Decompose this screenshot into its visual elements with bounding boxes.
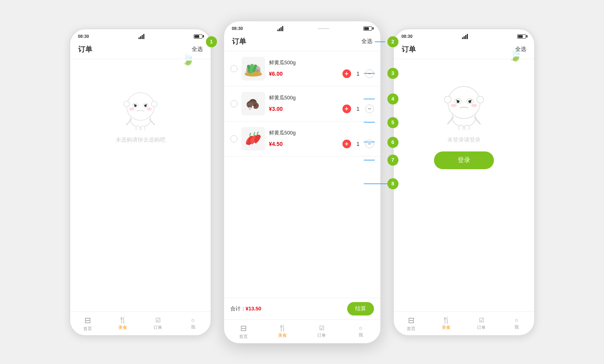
right-nav-food[interactable]: 🍴 美食 [429,316,464,330]
center-nav-home-label: 首页 [239,334,248,340]
item-image-1 [241,57,265,80]
item-image-2 [241,92,265,116]
annotation-8: 8 [387,178,398,189]
right-me-icon: ○ [514,317,518,323]
login-prompt: 未登录请登录 [447,136,481,144]
svg-point-47 [468,100,471,103]
right-status-bar: 08:30 [394,29,534,41]
left-empty-state: 🍃 [70,59,211,167]
svg-point-9 [146,107,151,110]
left-title: 订单 [78,45,92,54]
checkbox-1[interactable] [230,65,237,72]
qty-minus-2[interactable]: − [365,105,374,113]
svg-point-7 [144,105,147,107]
left-nav-home[interactable]: ⊟ 首页 [70,315,105,332]
checkbox-3[interactable] [230,135,237,142]
center-phone: 08:30 ──── 订单 全选 [223,21,381,344]
left-nav-me[interactable]: ○ 我 [176,317,211,330]
svg-point-50 [444,96,451,103]
left-nav-home-label: 首页 [83,326,92,332]
left-nav-order[interactable]: ☑ 订单 [140,317,176,330]
item-name-3: 鲜黄瓜500g [269,129,374,136]
order-icon: ☑ [155,317,161,324]
svg-point-49 [471,104,477,107]
svg-point-6 [134,105,137,107]
svg-point-1 [126,92,154,120]
center-nav-home[interactable]: ⊟ 首页 [224,323,263,340]
item-qty-1: + 1 − [342,69,374,78]
left-battery-icon [194,34,202,39]
center-nav-order[interactable]: ☑ 订单 [302,325,341,338]
center-nav-me-label: 我 [359,332,363,338]
center-nav-food[interactable]: 🍴 美食 [263,324,302,338]
mascot-right [438,75,490,130]
center-bottom-nav: ⊟ 首页 🍴 美食 ☑ 订单 ○ 我 [224,319,380,343]
svg-rect-15 [141,125,144,130]
center-phone-area: 1 2 3 4 5 6 7 8 08:30 ──── [211,21,393,344]
item-price-1: ¥6.00 [269,71,283,77]
svg-point-51 [477,96,483,103]
right-battery [517,34,526,39]
right-nav-me[interactable]: ○ 我 [499,317,534,330]
login-button[interactable]: 登录 [434,151,494,169]
cart-item-3: 鲜黄瓜500g ¥4.50 + 1 − [224,121,380,157]
center-nav-food-label: 美食 [278,332,287,338]
right-food-icon: 🍴 [442,316,450,324]
total-text: 合计：¥13.50 [230,305,262,312]
annotation-4: 4 [387,93,398,105]
right-title: 订单 [402,45,416,54]
left-battery [194,34,202,39]
svg-point-11 [151,101,157,107]
item-price-3: ¥4.50 [269,141,283,147]
center-order-icon: ☑ [319,325,324,332]
item-info-2: 鲜黄瓜500g ¥3.00 + 1 − [269,94,374,113]
center-select-all[interactable]: 全选 [361,38,372,45]
center-home-icon: ⊟ [240,323,247,333]
qty-plus-1[interactable]: + [342,69,351,78]
item-info-3: 鲜黄瓜500g ¥4.50 + 1 − [269,129,374,148]
center-food-icon: 🍴 [279,324,286,332]
cart-item-2: 鲜黄瓜500g ¥3.00 + 1 − [224,86,380,121]
annotation-5: 5 [387,117,398,128]
checkout-button[interactable]: 结算 [347,302,374,315]
right-bottom-nav: ⊟ 首页 🍴 美食 ☑ 订单 ○ 我 [394,312,534,335]
left-empty-text: 未选购请快去选购吧 [116,136,165,144]
center-bottom-bar: 合计：¥13.50 结算 [224,298,380,319]
right-nav-home-label: 首页 [407,326,415,332]
right-nav-home[interactable]: ⊟ 首页 [394,315,429,332]
right-order-icon: ☑ [479,317,484,324]
qty-plus-3[interactable]: + [342,140,351,148]
center-battery [363,26,372,31]
right-nav-me-label: 我 [514,324,519,330]
center-nav-me[interactable]: ○ 我 [341,325,380,338]
item-qty-3: + 1 − [342,140,374,148]
center-title: 订单 [232,37,246,46]
mushroom-svg [242,93,264,115]
qty-num-3: 1 [354,141,362,147]
pepper-svg [242,128,264,150]
left-phone-wrapper: 08:30 订单 全选 [69,28,211,336]
center-notch: ──── [318,26,329,31]
svg-rect-29 [249,107,251,110]
center-status-bar: 08:30 ──── [224,21,380,34]
right-phone-wrapper: 08:30 订单 全选 [393,28,535,336]
cart-item-1: 鲜黄瓜500g ¥6.00 + 1 − [224,51,380,86]
qty-minus-1[interactable]: − [365,69,374,78]
qty-plus-2[interactable]: + [342,105,351,113]
left-signal [138,34,144,39]
left-select-all[interactable]: 全选 [192,46,203,53]
right-nav-order[interactable]: ☑ 订单 [464,317,499,330]
right-signal [462,34,468,39]
svg-point-8 [129,107,134,110]
qty-minus-3[interactable]: − [365,140,374,148]
center-me-icon: ○ [359,325,362,331]
annotation-7: 7 [387,155,398,166]
item-qty-2: + 1 − [342,105,374,113]
svg-point-18 [245,72,262,77]
svg-point-48 [451,104,456,107]
left-nav-order-label: 订单 [153,325,162,330]
center-header: 订单 全选 [224,34,380,51]
left-nav-food[interactable]: 🍴 美食 [105,316,140,330]
checkbox-2[interactable] [230,100,237,107]
item-image-3 [241,127,265,151]
